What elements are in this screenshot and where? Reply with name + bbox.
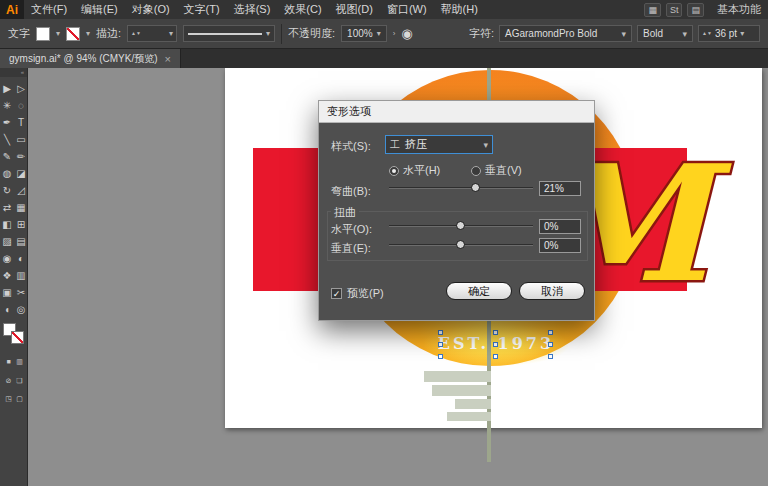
bridge-icon[interactable]: ▦ [644, 3, 661, 17]
scale-tool[interactable]: ◿ [15, 182, 28, 199]
slider-knob[interactable] [456, 240, 465, 249]
menu-item-view[interactable]: 视图(D) [329, 0, 380, 19]
menu-item-edit[interactable]: 编辑(E) [74, 0, 125, 19]
stroke-color-swatch[interactable] [66, 27, 80, 41]
zoom-tool[interactable]: ◎ [15, 301, 28, 318]
symbol-sprayer-tool[interactable]: ❖ [1, 267, 14, 284]
selection-handle[interactable] [493, 330, 498, 335]
distort-horizontal-value-field[interactable]: 0% [539, 219, 581, 234]
bend-value-field[interactable]: 21% [539, 181, 581, 196]
opacity-value: 100% [347, 28, 373, 39]
artboard-tool[interactable]: ▣ [1, 284, 14, 301]
collapse-panel-icon[interactable]: « [0, 68, 27, 77]
menu-item-select[interactable]: 选择(S) [227, 0, 278, 19]
bend-slider[interactable] [389, 182, 533, 194]
hand-tool[interactable]: ◖ [1, 301, 14, 318]
slider-knob[interactable] [456, 221, 465, 230]
barbell-plate-shape[interactable] [455, 399, 491, 409]
font-style-select[interactable]: Bold ▾ [637, 25, 693, 42]
chevron-down-icon[interactable]: ▾ [169, 29, 173, 38]
selection-tool[interactable]: ▶ [1, 80, 14, 97]
draw-normal-mode-icon[interactable]: ❏ [15, 375, 24, 386]
selection-handle[interactable] [438, 330, 443, 335]
style-label: 样式(S): [331, 139, 371, 154]
selection-handle[interactable] [493, 342, 498, 347]
color-fill-icon[interactable]: ■ [4, 356, 13, 367]
pencil-tool[interactable]: ✏ [15, 148, 28, 165]
draw-behind-mode-icon[interactable]: ◳ [4, 394, 13, 405]
barbell-plate-shape[interactable] [424, 371, 491, 382]
arrange-documents-icon[interactable]: ▤ [687, 3, 704, 17]
slider-knob[interactable] [471, 183, 480, 192]
cancel-button[interactable]: 取消 [519, 282, 585, 300]
menu-item-object[interactable]: 对象(O) [125, 0, 177, 19]
selection-handle[interactable] [493, 354, 498, 359]
opacity-input[interactable]: 100% ▾ [341, 25, 387, 42]
font-family-select[interactable]: AGaramondPro Bold ▾ [499, 25, 632, 42]
lasso-tool[interactable]: ◌ [15, 97, 28, 114]
menu-item-type[interactable]: 文字(T) [177, 0, 227, 19]
rectangle-tool[interactable]: ▭ [15, 131, 28, 148]
blob-brush-tool[interactable]: ◍ [1, 165, 14, 182]
paintbrush-tool[interactable]: ✎ [1, 148, 14, 165]
fill-stroke-widget [0, 322, 28, 350]
selection-handle[interactable] [438, 342, 443, 347]
blend-tool[interactable]: ◐ [15, 250, 28, 267]
preview-checkbox[interactable]: ✓ 预览(P) [331, 286, 384, 301]
width-tool[interactable]: ⇄ [1, 199, 14, 216]
distort-vertical-slider[interactable] [389, 239, 533, 251]
column-graph-tool[interactable]: ▥ [15, 267, 28, 284]
stroke-weight-input[interactable]: ▲▼ ▾ [127, 25, 177, 42]
gradient-swatch-icon[interactable]: ▥ [15, 357, 24, 368]
chevron-down-icon[interactable]: ▾ [740, 29, 744, 38]
menu-item-file[interactable]: 文件(F) [24, 0, 74, 19]
none-icon[interactable]: ⊘ [4, 375, 13, 386]
barbell-plate-shape[interactable] [447, 412, 491, 421]
tools-grid: ▶▷✳◌✒T╲▭✎✏◍◪↻◿⇄▦◧⊞▨▤◉◐❖▥▣✂◖◎ [0, 77, 27, 318]
screen-mode-icon[interactable]: ▢ [15, 394, 24, 405]
mesh-tool[interactable]: ▨ [1, 233, 14, 250]
rotate-tool[interactable]: ↻ [1, 182, 14, 199]
horizontal-radio[interactable]: 水平(H) [389, 163, 440, 178]
slice-tool[interactable]: ✂ [15, 284, 28, 301]
free-transform-tool[interactable]: ▦ [15, 199, 28, 216]
close-icon[interactable]: × [165, 53, 171, 65]
warp-style-select[interactable]: 工 挤压 ▾ [385, 135, 493, 154]
shape-builder-tool[interactable]: ◧ [1, 216, 14, 233]
line-segment-tool[interactable]: ╲ [1, 131, 14, 148]
width-profile-select[interactable]: ▾ [183, 25, 275, 42]
type-tool[interactable]: T [15, 114, 28, 131]
stock-icon[interactable]: St [666, 3, 683, 17]
more-options-icon[interactable]: › [393, 29, 396, 38]
fill-color-swatch[interactable] [36, 27, 50, 41]
selection-handle[interactable] [548, 330, 553, 335]
magic-wand-tool[interactable]: ✳ [1, 97, 14, 114]
document-tab[interactable]: gymsign.ai* @ 94% (CMYK/预览) × [0, 49, 181, 68]
menu-item-window[interactable]: 窗口(W) [380, 0, 434, 19]
chevron-down-icon[interactable]: ▾ [86, 29, 90, 38]
eraser-tool[interactable]: ◪ [15, 165, 28, 182]
stepper-icon[interactable]: ▲▼ [131, 31, 141, 36]
eyedropper-tool[interactable]: ◉ [1, 250, 14, 267]
ok-button[interactable]: 确定 [446, 282, 512, 300]
dialog-title-bar[interactable]: 变形选项 [319, 101, 594, 123]
recolor-artwork-icon[interactable]: ◉ [401, 26, 412, 41]
distort-horizontal-slider[interactable] [389, 220, 533, 232]
distort-vertical-value-field[interactable]: 0% [539, 238, 581, 253]
stepper-icon[interactable]: ▲▼ [702, 31, 712, 36]
barbell-plate-shape[interactable] [432, 385, 491, 396]
chevron-down-icon[interactable]: ▾ [56, 29, 60, 38]
font-size-input[interactable]: ▲▼ 36 pt ▾ [698, 25, 760, 42]
pen-tool[interactable]: ✒ [1, 114, 14, 131]
selection-handle[interactable] [438, 354, 443, 359]
vertical-radio[interactable]: 垂直(V) [471, 163, 522, 178]
perspective-grid-tool[interactable]: ⊞ [15, 216, 28, 233]
stroke-swatch[interactable] [11, 331, 24, 344]
selection-handle[interactable] [548, 342, 553, 347]
menu-item-help[interactable]: 帮助(H) [434, 0, 485, 19]
selection-handle[interactable] [548, 354, 553, 359]
workspace-switcher[interactable]: 基本功能 [717, 2, 761, 17]
gradient-tool[interactable]: ▤ [15, 233, 28, 250]
direct-selection-tool[interactable]: ▷ [15, 80, 28, 97]
menu-item-effect[interactable]: 效果(C) [277, 0, 328, 19]
